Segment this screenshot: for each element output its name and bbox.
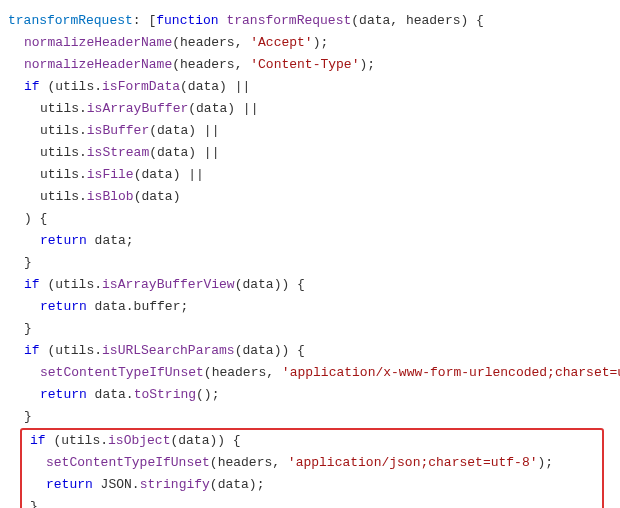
code-line-14: return data.buffer;	[8, 296, 612, 318]
code-line-4: if (utils.isFormData(data) ||	[8, 76, 612, 98]
code-line-11: return data;	[8, 230, 612, 252]
code-line-21: setContentTypeIfUnset(headers, 'applicat…	[26, 452, 598, 474]
code-line-9: utils.isBlob(data)	[8, 186, 612, 208]
code-line-8: utils.isFile(data) ||	[8, 164, 612, 186]
code-line-13: if (utils.isArrayBufferView(data)) {	[8, 274, 612, 296]
code-line-5: utils.isArrayBuffer(data) ||	[8, 98, 612, 120]
code-line-18: return data.toString();	[8, 384, 612, 406]
code-line-6: utils.isBuffer(data) ||	[8, 120, 612, 142]
code-line-3: normalizeHeaderName(headers, 'Content-Ty…	[8, 54, 612, 76]
code-line-7: utils.isStream(data) ||	[8, 142, 612, 164]
code-line-20: if (utils.isObject(data)) {	[26, 430, 598, 452]
code-line-17: setContentTypeIfUnset(headers, 'applicat…	[8, 362, 612, 384]
code-block: transformRequest: [function transformReq…	[8, 10, 612, 508]
code-line-16: if (utils.isURLSearchParams(data)) {	[8, 340, 612, 362]
code-line-22: return JSON.stringify(data);	[26, 474, 598, 496]
code-line-10: ) {	[8, 208, 612, 230]
code-line-2: normalizeHeaderName(headers, 'Accept');	[8, 32, 612, 54]
code-line-23: }	[26, 496, 598, 508]
code-line-15: }	[8, 318, 612, 340]
highlighted-code-box: if (utils.isObject(data)) { setContentTy…	[20, 428, 604, 508]
code-line-12: }	[8, 252, 612, 274]
code-line-1: transformRequest: [function transformReq…	[8, 10, 612, 32]
code-line-19: }	[8, 406, 612, 428]
